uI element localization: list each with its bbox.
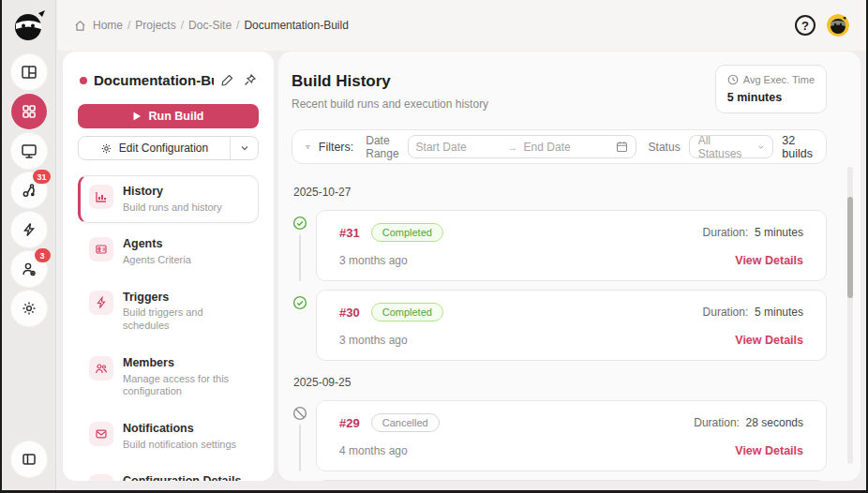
nav-label: Configuration Details xyxy=(123,474,249,481)
view-details-link[interactable]: View Details xyxy=(735,444,803,457)
nav-label: Notifications xyxy=(123,422,236,437)
nav-item-configuration-details[interactable]: Configuration Details Configuration and … xyxy=(78,465,259,481)
build-card[interactable]: #31 Completed Duration: 5 minutes 3 mont… xyxy=(316,210,827,281)
status-select[interactable]: All Statuses xyxy=(689,135,774,158)
nav-item-agents[interactable]: Agents Agents Criteria xyxy=(78,228,259,276)
build-duration: Duration: 5 minutes xyxy=(703,306,803,319)
avg-exec-time-card: Avg Exec. Time 5 minutes xyxy=(715,65,827,113)
webhook-icon[interactable]: 31 xyxy=(11,172,47,208)
help-button[interactable]: ? xyxy=(795,15,816,36)
build-timeline: 2025-10-27 #31 Completed Duration: 5 min… xyxy=(292,186,827,481)
breadcrumb-projects[interactable]: Projects xyxy=(135,19,175,32)
app-window: 31 3 Home / Projects / Doc-Site / Do xyxy=(0,0,868,493)
projects-grid-icon[interactable] xyxy=(11,94,47,129)
configuration-sidebar: Documentation-Bu... Run Build Edit Confi… xyxy=(63,52,274,481)
build-number[interactable]: #30 xyxy=(339,306,360,320)
chevron-down-icon xyxy=(240,143,249,153)
build-row: #31 Completed Duration: 5 minutes 3 mont… xyxy=(292,210,827,281)
build-card[interactable]: #30 Completed Duration: 5 minutes 3 mont… xyxy=(316,290,827,361)
build-card[interactable]: #28 Cancelled Duration: 28 seconds 4 mon… xyxy=(316,480,827,481)
chevron-down-icon xyxy=(757,142,765,152)
build-number[interactable]: #29 xyxy=(339,416,360,430)
scrollbar-thumb[interactable] xyxy=(847,197,853,298)
lightning-icon[interactable] xyxy=(11,212,47,247)
build-time-ago: 3 months ago xyxy=(339,254,408,267)
builds-count: 32 builds xyxy=(782,134,813,160)
collapse-panel-icon[interactable] xyxy=(11,441,47,477)
home-icon xyxy=(74,20,86,32)
edit-configuration-label: Edit Configuration xyxy=(119,142,208,155)
history-chart-icon xyxy=(89,185,113,209)
group-date: 2025-10-27 xyxy=(293,186,827,199)
gear-icon xyxy=(100,142,112,155)
group-date: 2025-09-25 xyxy=(293,376,827,389)
check-circle-icon xyxy=(292,295,307,310)
date-range-picker[interactable]: → xyxy=(408,135,636,158)
nav-desc: Manage access for this configuration xyxy=(123,373,249,399)
nav-desc: Build triggers and schedules xyxy=(123,306,249,333)
end-date-input[interactable] xyxy=(524,141,610,154)
play-icon xyxy=(132,112,142,121)
filter-funnel-icon xyxy=(306,141,310,154)
edit-configuration-dropdown[interactable] xyxy=(230,137,258,159)
build-time-ago: 3 months ago xyxy=(339,334,408,347)
nav-desc: Build runs and history xyxy=(123,202,222,215)
ninja-logo-icon[interactable] xyxy=(10,7,48,45)
user-settings-icon[interactable]: 3 xyxy=(11,251,47,287)
nav-item-history[interactable]: History Build runs and history xyxy=(78,175,259,223)
nav-item-members[interactable]: Members Manage access for this configura… xyxy=(78,347,259,408)
status-badge: Cancelled xyxy=(371,413,440,432)
edit-pencil-icon[interactable] xyxy=(220,73,234,87)
view-details-link[interactable]: View Details xyxy=(735,334,803,347)
nav-label: History xyxy=(123,185,222,200)
avg-exec-value: 5 minutes xyxy=(727,91,815,104)
breadcrumb-current: Documentation-Build xyxy=(244,19,348,32)
members-people-icon xyxy=(89,356,113,381)
configuration-nav: History Build runs and history Agents Ag… xyxy=(78,175,259,481)
nav-label: Triggers xyxy=(123,291,249,306)
nav-desc: Build notification settings xyxy=(123,439,236,452)
filter-bar: Filters: Date Range → Status All Statuse… xyxy=(292,129,827,164)
breadcrumb-doc-site[interactable]: Doc-Site xyxy=(188,19,232,32)
vertical-scrollbar[interactable] xyxy=(847,167,853,464)
start-date-input[interactable] xyxy=(416,141,502,154)
clock-icon xyxy=(727,74,739,85)
settings-gear-icon[interactable] xyxy=(11,291,47,326)
notifications-mail-icon xyxy=(89,422,113,446)
check-circle-icon xyxy=(292,216,307,231)
filters-label: Filters: xyxy=(319,141,354,154)
breadcrumb-home[interactable]: Home xyxy=(93,19,123,32)
build-number[interactable]: #31 xyxy=(339,226,360,240)
edit-configuration-split-button: Edit Configuration xyxy=(78,136,259,160)
monitor-icon[interactable] xyxy=(11,133,47,169)
status-label: Status xyxy=(649,141,681,154)
status-select-value: All Statuses xyxy=(698,134,744,160)
avatar[interactable] xyxy=(827,14,849,37)
run-build-button[interactable]: Run Build xyxy=(78,104,259,128)
view-details-link[interactable]: View Details xyxy=(735,254,803,267)
breadcrumb: Home / Projects / Doc-Site / Documentati… xyxy=(74,19,349,32)
avg-exec-label: Avg Exec. Time xyxy=(743,74,815,85)
status-badge: Completed xyxy=(371,303,443,321)
build-duration: Duration: 28 seconds xyxy=(694,416,803,429)
nav-label: Agents xyxy=(123,237,191,252)
status-dot xyxy=(80,77,87,84)
date-range-arrow: → xyxy=(508,142,518,153)
nav-item-triggers[interactable]: Triggers Build triggers and schedules xyxy=(78,281,259,342)
nav-item-notifications[interactable]: Notifications Build notification setting… xyxy=(78,412,259,460)
cancelled-circle-icon xyxy=(292,406,307,421)
configuration-gear-icon xyxy=(89,474,113,481)
calendar-icon[interactable] xyxy=(616,141,628,153)
pin-icon[interactable] xyxy=(243,73,257,87)
configuration-title: Documentation-Bu... xyxy=(94,72,214,88)
breadcrumb-separator: / xyxy=(236,19,239,32)
edit-configuration-button[interactable]: Edit Configuration xyxy=(79,137,230,159)
page-title: Build History xyxy=(292,72,488,91)
dashboard-icon[interactable] xyxy=(11,54,47,90)
build-history-panel: Build History Recent build runs and exec… xyxy=(278,52,861,481)
breadcrumb-separator: / xyxy=(181,19,184,32)
agents-card-icon xyxy=(89,237,113,261)
build-row: #29 Cancelled Duration: 28 seconds 4 mon… xyxy=(292,400,827,471)
build-row: #28 Cancelled Duration: 28 seconds 4 mon… xyxy=(292,480,827,481)
build-card[interactable]: #29 Cancelled Duration: 28 seconds 4 mon… xyxy=(316,400,827,471)
